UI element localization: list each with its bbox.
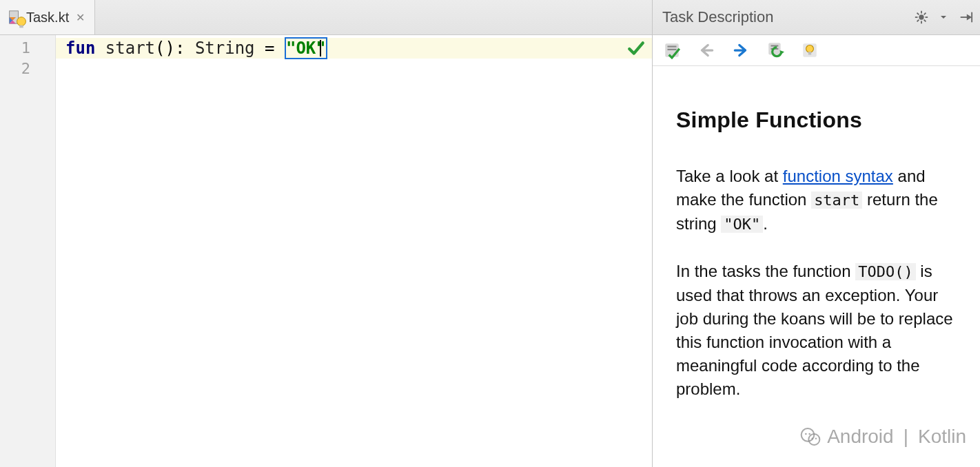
code-line-1[interactable]: fun start(): String = "OK" xyxy=(56,38,652,59)
close-icon[interactable]: ✕ xyxy=(76,11,85,24)
svg-line-14 xyxy=(924,13,926,15)
return-type: String xyxy=(195,39,255,58)
svg-point-6 xyxy=(919,14,923,19)
chevron-down-icon[interactable] xyxy=(935,8,952,26)
svg-point-27 xyxy=(806,45,814,52)
task-panel-title: Task Description xyxy=(662,8,908,26)
next-task-icon[interactable] xyxy=(731,41,751,60)
task-paragraph-1: Take a look at function syntax and make … xyxy=(676,165,961,236)
task-description-body: Simple Functions Take a look at function… xyxy=(653,66,980,424)
task-panel-header: Task Description xyxy=(653,0,980,35)
task-paragraph-2: In the tasks the function TODO() is used… xyxy=(676,260,961,401)
line-number: 1 xyxy=(0,38,55,59)
svg-line-11 xyxy=(917,13,919,15)
task-toolbar xyxy=(653,35,980,66)
svg-line-13 xyxy=(917,20,919,22)
gear-icon[interactable] xyxy=(912,8,930,26)
line-number: 2 xyxy=(0,59,55,79)
hide-panel-icon[interactable] xyxy=(957,8,974,26)
tab-filename: Task.kt xyxy=(26,10,69,25)
code-line-2[interactable] xyxy=(56,59,652,79)
editor-tabbar: Task.kt ✕ xyxy=(0,0,652,35)
task-heading: Simple Functions xyxy=(676,107,961,133)
task-panel: Task Description xyxy=(653,0,980,467)
svg-rect-5 xyxy=(19,25,23,28)
hint-bulb-icon[interactable] xyxy=(800,41,819,60)
editor-tab-taskkt[interactable]: Task.kt ✕ xyxy=(0,0,95,34)
kotlin-file-icon xyxy=(7,10,22,25)
fn-name: start xyxy=(105,39,155,58)
svg-marker-17 xyxy=(967,14,972,20)
svg-marker-15 xyxy=(941,16,946,19)
line-gutter: 1 2 xyxy=(0,35,56,467)
code-start: start xyxy=(811,191,862,209)
text-caret xyxy=(320,40,321,56)
svg-rect-28 xyxy=(808,52,811,54)
svg-line-12 xyxy=(924,20,926,22)
reset-task-icon[interactable] xyxy=(766,41,785,60)
code-ok: "OK" xyxy=(721,216,763,233)
function-syntax-link[interactable]: function syntax xyxy=(783,167,893,185)
prev-task-icon[interactable] xyxy=(697,41,716,60)
svg-point-4 xyxy=(17,17,26,26)
svg-marker-25 xyxy=(780,50,785,55)
check-task-icon[interactable] xyxy=(662,41,682,60)
editor-pane: Task.kt ✕ 1 2 fun start(): String = "OK" xyxy=(0,0,653,467)
editor-area[interactable]: 1 2 fun start(): String = "OK" xyxy=(0,35,652,467)
app-root: Task.kt ✕ 1 2 fun start(): String = "OK" xyxy=(0,0,980,467)
checkmark-icon xyxy=(627,39,645,61)
code-todo: TODO() xyxy=(855,263,915,280)
keyword-fun: fun xyxy=(65,39,95,58)
bulb-overlay-icon xyxy=(14,15,26,28)
code-content[interactable]: fun start(): String = "OK" xyxy=(56,35,652,467)
